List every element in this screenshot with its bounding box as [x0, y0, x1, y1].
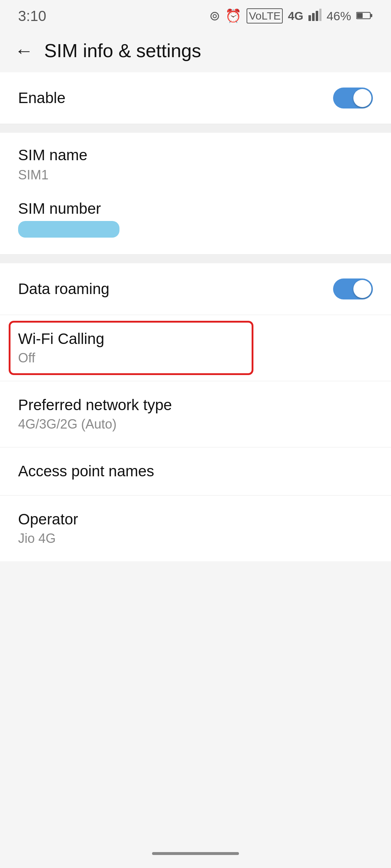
back-button[interactable]: ←	[14, 40, 33, 61]
preferred-network-text: Preferred network type 4G/3G/2G (Auto)	[18, 396, 172, 432]
wifi-calling-value: Off	[18, 350, 104, 366]
svg-rect-2	[316, 11, 318, 21]
enable-setting[interactable]: Enable	[0, 72, 391, 124]
preferred-network-label: Preferred network type	[18, 396, 172, 414]
alarm-icon: ⏰	[225, 8, 241, 24]
page-title: SIM info & settings	[44, 40, 201, 61]
operator-label: Operator	[18, 511, 78, 528]
sim-info-section: SIM name SIM1 SIM number	[0, 133, 391, 255]
status-icons: ⊚ ⏰ VoLTE 4G 46%	[209, 8, 373, 24]
svg-rect-5	[357, 13, 363, 18]
data-roaming-toggle-thumb	[353, 280, 371, 298]
svg-rect-1	[312, 13, 315, 21]
sim-number-redacted	[18, 221, 119, 238]
volte-icon: VoLTE	[247, 8, 283, 24]
preferred-network-setting[interactable]: Preferred network type 4G/3G/2G (Auto)	[0, 381, 391, 447]
network-4g-icon: 4G	[288, 9, 303, 23]
status-bar: 3:10 ⊚ ⏰ VoLTE 4G 46%	[0, 0, 391, 29]
battery-percent: 46%	[327, 9, 351, 23]
svg-rect-6	[371, 14, 372, 17]
hotspot-icon: ⊚	[209, 8, 220, 24]
svg-rect-0	[308, 15, 311, 21]
settings-content: Enable SIM name SIM1 SIM number Data roa…	[0, 72, 391, 561]
data-roaming-toggle[interactable]	[333, 278, 373, 299]
data-roaming-setting[interactable]: Data roaming	[0, 263, 391, 315]
operator-text: Operator Jio 4G	[18, 511, 78, 546]
operator-setting[interactable]: Operator Jio 4G	[0, 495, 391, 561]
bottom-home-indicator	[152, 852, 239, 855]
access-point-names-setting[interactable]: Access point names	[0, 447, 391, 495]
status-time: 3:10	[18, 8, 46, 24]
sim-name-value: SIM1	[18, 167, 373, 183]
sim-name-label: SIM name	[18, 146, 373, 164]
battery-icon	[356, 9, 373, 23]
sim-number-label: SIM number	[18, 200, 373, 217]
wifi-calling-label: Wi-Fi Calling	[18, 330, 104, 348]
preferred-network-value: 4G/3G/2G (Auto)	[18, 417, 172, 432]
sim-name-setting[interactable]: SIM name SIM1	[0, 133, 391, 196]
divider-2	[0, 255, 391, 263]
operator-value: Jio 4G	[18, 531, 78, 546]
divider-1	[0, 124, 391, 133]
access-point-names-text: Access point names	[18, 463, 154, 480]
svg-rect-3	[319, 9, 321, 21]
sim-number-setting[interactable]: SIM number	[0, 196, 391, 254]
page-header: ← SIM info & settings	[0, 29, 391, 72]
wifi-calling-setting[interactable]: Wi-Fi Calling Off	[0, 315, 391, 381]
signal-icon	[308, 8, 321, 24]
wifi-calling-text: Wi-Fi Calling Off	[18, 330, 104, 366]
data-roaming-label: Data roaming	[18, 280, 109, 298]
access-point-names-label: Access point names	[18, 463, 154, 480]
enable-toggle[interactable]	[333, 88, 373, 109]
bottom-nav	[0, 839, 391, 868]
enable-label: Enable	[18, 89, 66, 107]
enable-toggle-thumb	[353, 89, 371, 107]
